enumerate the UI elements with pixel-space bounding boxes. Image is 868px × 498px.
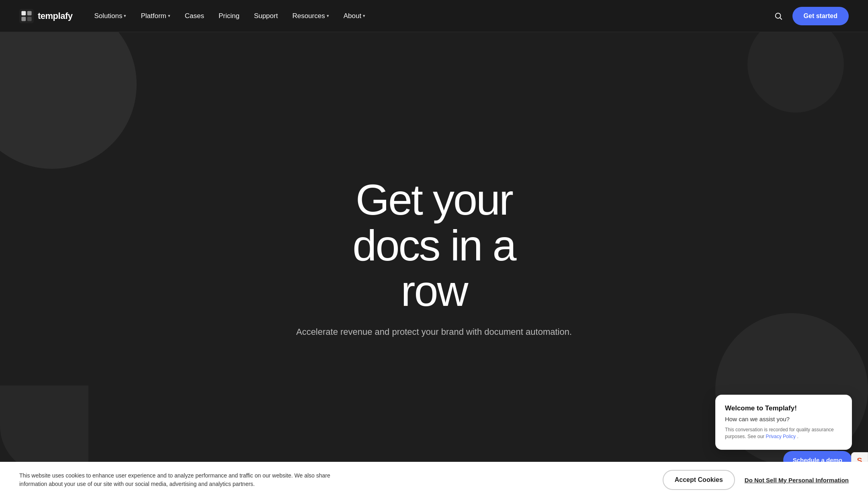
nav-link-cases[interactable]: Cases — [179, 9, 210, 23]
svg-rect-0 — [19, 9, 34, 23]
nav-item-resources[interactable]: Resources ▾ — [287, 9, 334, 23]
do-not-sell-link[interactable]: Do Not Sell My Personal Information — [745, 477, 849, 484]
privacy-policy-link[interactable]: Privacy Policy — [766, 434, 797, 439]
nav-item-cases[interactable]: Cases — [179, 9, 210, 23]
get-started-button[interactable]: Get started — [792, 7, 849, 25]
chat-body: How can we assist you? — [725, 416, 842, 422]
svg-rect-3 — [21, 16, 26, 21]
navbar-left: templafy Solutions ▾ Platform ▾ Cases — [19, 9, 371, 23]
chat-disclaimer: This conversation is recorded for qualit… — [725, 426, 842, 440]
nav-link-support[interactable]: Support — [248, 9, 284, 23]
chat-widget: Welcome to Templafy! How can we assist y… — [715, 395, 852, 450]
nav-link-resources[interactable]: Resources ▾ — [287, 9, 334, 23]
chevron-down-icon: ▾ — [168, 13, 170, 18]
nav-item-about[interactable]: About ▾ — [338, 9, 371, 23]
deco-circle-topleft — [0, 32, 137, 169]
chevron-down-icon: ▾ — [124, 13, 126, 18]
deco-circle-topright — [747, 32, 844, 113]
chevron-down-icon: ▾ — [363, 13, 365, 18]
chat-title: Welcome to Templafy! — [725, 404, 842, 412]
cookie-banner: This website uses cookies to enhance use… — [0, 462, 868, 498]
nav-link-pricing[interactable]: Pricing — [213, 9, 245, 23]
svg-line-6 — [780, 18, 782, 19]
cookie-actions: Accept Cookies Do Not Sell My Personal I… — [663, 470, 849, 490]
search-icon — [774, 12, 783, 20]
accept-cookies-button[interactable]: Accept Cookies — [663, 470, 735, 490]
deco-quote-bottomleft — [0, 385, 88, 474]
svg-point-5 — [775, 13, 780, 18]
hero-subtitle: Accelerate revenue and protect your bran… — [296, 327, 572, 337]
chevron-down-icon: ▾ — [327, 13, 329, 18]
nav-link-platform[interactable]: Platform ▾ — [135, 9, 176, 23]
nav-item-pricing[interactable]: Pricing — [213, 9, 245, 23]
logo-name: templafy — [38, 11, 72, 21]
cookie-text: This website uses cookies to enhance use… — [19, 471, 333, 488]
nav-link-solutions[interactable]: Solutions ▾ — [88, 9, 132, 23]
nav-item-solutions[interactable]: Solutions ▾ — [88, 9, 132, 23]
svg-rect-2 — [27, 11, 32, 15]
hero-title: Get your docs in a row — [352, 177, 515, 314]
navbar-right: Get started — [771, 7, 849, 25]
nav-item-platform[interactable]: Platform ▾ — [135, 9, 176, 23]
logo-icon — [19, 9, 34, 23]
nav-link-about[interactable]: About ▾ — [338, 9, 371, 23]
nav-item-support[interactable]: Support — [248, 9, 284, 23]
svg-rect-4 — [27, 16, 32, 21]
search-button[interactable] — [771, 8, 786, 24]
svg-rect-1 — [21, 11, 26, 15]
nav-links: Solutions ▾ Platform ▾ Cases Pricing — [88, 9, 371, 23]
navbar: templafy Solutions ▾ Platform ▾ Cases — [0, 0, 868, 32]
logo[interactable]: templafy — [19, 9, 72, 23]
